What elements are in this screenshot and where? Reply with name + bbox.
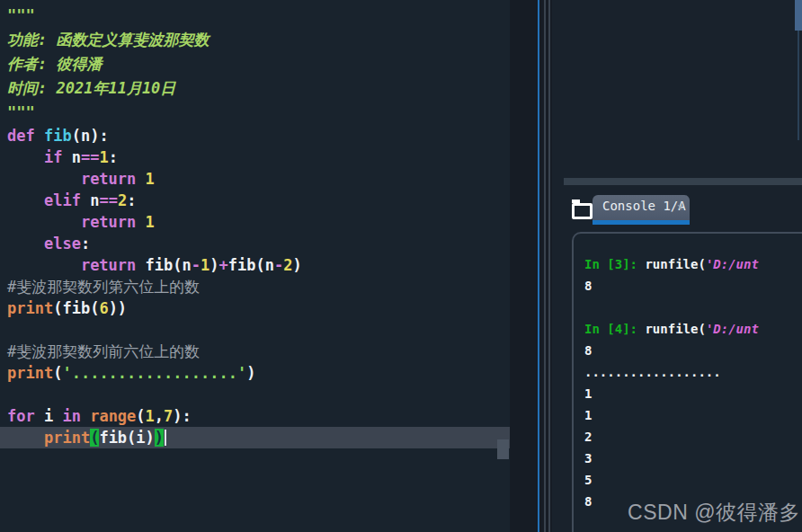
horizontal-splitter[interactable] [564, 178, 802, 185]
console-line[interactable]: 1 [584, 383, 802, 404]
tab-console[interactable]: Console 1/A × [593, 195, 690, 225]
code-token [7, 429, 44, 447]
code-token: if [44, 148, 72, 166]
code-token: 3 [584, 451, 592, 466]
console-line[interactable]: 1 [584, 404, 802, 426]
code-token: #斐波那契数列前六位上的数 [7, 342, 200, 360]
empty-pane [552, 0, 802, 178]
code-token: return [81, 213, 146, 231]
code-editor[interactable]: """功能: 函数定义算斐波那契数作者: 彼得潘时间: 2021年11月10日"… [0, 0, 510, 532]
code-line[interactable]: 功能: 函数定义算斐波那契数 [7, 28, 510, 52]
code-line[interactable] [7, 384, 510, 405]
code-token: + [218, 256, 227, 274]
code-token: print [44, 429, 90, 447]
splitter-handle-line [544, 0, 546, 532]
code-token: runfile( [645, 322, 705, 336]
code-token: 'D:/unt [706, 322, 759, 336]
code-token: 功能: 函数定义算斐波那契数 [7, 31, 209, 49]
code-token: ( [136, 407, 145, 425]
code-token: ) [155, 429, 164, 447]
code-token: fib [44, 127, 72, 145]
code-token: (fib( [53, 299, 99, 317]
code-line[interactable]: elif n==2: [7, 190, 510, 211]
code-token: 8 [584, 494, 592, 509]
code-line[interactable]: 作者: 彼得潘 [7, 52, 510, 76]
code-token: fib(n [228, 256, 274, 274]
close-icon[interactable]: × [677, 201, 683, 214]
text-cursor [165, 430, 166, 446]
console-line[interactable]: .................. [584, 361, 802, 383]
console-line[interactable]: In [4]: runfile('D:/unt [584, 318, 802, 340]
code-token: : [81, 235, 90, 253]
console-output[interactable]: In [3]: runfile('D:/unt8In [4]: runfile(… [572, 232, 802, 532]
code-token: 时间: 2021年11月10日 [7, 79, 175, 97]
code-token: 8 [584, 279, 592, 293]
code-token: == [81, 148, 99, 166]
code-token: range [90, 407, 136, 425]
console-line[interactable]: 5 [584, 469, 802, 491]
code-line[interactable]: return 1 [7, 168, 510, 190]
code-token: 1 [584, 386, 592, 401]
code-token: i [44, 407, 62, 425]
code-line[interactable]: return fib(n-1)+fib(n-2) [7, 254, 510, 276]
code-token: fib(i) [99, 429, 154, 447]
code-token: 1 [146, 170, 155, 188]
code-token: : [109, 148, 118, 166]
window-icon [572, 203, 593, 219]
right-panel-area: Console 1/A × In [3]: runfile('D:/unt8In… [552, 0, 802, 532]
console-line[interactable]: In [3]: runfile('D:/unt [584, 253, 802, 275]
code-line[interactable]: """ [7, 4, 510, 28]
code-line[interactable]: 时间: 2021年11月10日 [7, 76, 510, 101]
code-token: #斐波那契数列第六位上的数 [7, 278, 200, 296]
code-line[interactable] [7, 319, 510, 341]
code-token: 作者: 彼得潘 [7, 55, 102, 73]
splitter-handle-line [548, 0, 550, 532]
spyder-window: { "colors": { "bg_editor": "#19232d", "b… [0, 0, 802, 532]
code-line[interactable]: print(fib(i)) [0, 427, 510, 448]
code-line[interactable]: def fib(n): [7, 125, 510, 146]
code-line[interactable]: #斐波那契数列第六位上的数 [7, 276, 510, 297]
code-token: """ [7, 103, 35, 121]
code-token: else [44, 235, 81, 253]
code-token: return [81, 170, 146, 188]
vertical-splitter[interactable] [542, 0, 552, 532]
code-token: ): [173, 407, 191, 425]
code-token: == [99, 191, 117, 209]
code-token: ( [90, 429, 99, 447]
code-token: 6 [99, 299, 108, 317]
scrollbar-thumb[interactable] [795, 0, 802, 31]
editor-scrollbar-thumb[interactable] [497, 439, 509, 459]
code-line[interactable]: for i in range(1,7): [7, 405, 510, 427]
code-line[interactable]: print(fib(6)) [7, 297, 510, 319]
code-token [7, 148, 44, 166]
code-token: 8 [584, 343, 592, 358]
console-line[interactable]: 8 [584, 275, 802, 297]
console-line[interactable] [584, 297, 802, 318]
code-line[interactable]: if n==1: [7, 146, 510, 168]
console-line[interactable]: 2 [584, 426, 802, 448]
code-token: print [7, 364, 53, 382]
code-token: .................. [584, 365, 721, 379]
code-line[interactable]: """ [7, 101, 510, 125]
code-token: 2 [118, 191, 127, 209]
code-token [7, 235, 44, 253]
code-token: - [274, 256, 283, 274]
code-line[interactable]: print('..................') [7, 362, 510, 384]
code-token: def [7, 127, 44, 145]
code-token: 'D:/unt [706, 257, 759, 271]
console-line[interactable]: 8 [584, 340, 802, 361]
code-line[interactable]: #斐波那契数列前六位上的数 [7, 341, 510, 362]
console-line[interactable]: 3 [584, 448, 802, 469]
code-token: '..................' [62, 364, 246, 382]
code-token: 1 [584, 408, 592, 422]
code-token: ) [292, 256, 301, 274]
code-line[interactable]: else: [7, 233, 510, 254]
code-token: (n): [72, 127, 109, 145]
code-token: 2 [283, 256, 292, 274]
code-token [7, 170, 81, 188]
tab-label: Console 1/A [602, 199, 686, 213]
code-token: ) [209, 256, 218, 274]
scrollbar-track[interactable] [798, 31, 799, 140]
code-line[interactable]: return 1 [7, 211, 510, 233]
code-token: return [81, 256, 146, 274]
